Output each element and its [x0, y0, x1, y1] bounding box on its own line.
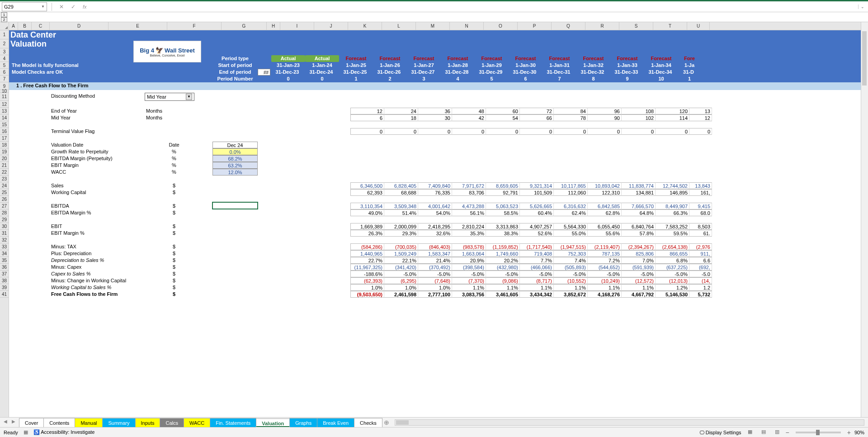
row-header[interactable]: 5 [0, 62, 9, 69]
tab-contents[interactable]: Contents [43, 418, 75, 427]
data-cell[interactable]: 1.1% [588, 284, 622, 291]
data-cell[interactable]: 3,083,756 [452, 291, 486, 298]
data-cell[interactable]: 10,893,042 [588, 182, 622, 189]
cancel-formula-icon[interactable]: ✕ [57, 4, 66, 10]
data-cell[interactable]: 29.3% [384, 230, 418, 237]
data-cell[interactable]: -5.0% [384, 271, 418, 277]
data-cell[interactable]: 134,881 [622, 189, 656, 196]
data-cell[interactable]: 161, [689, 189, 712, 196]
zoom-level[interactable]: 90% [854, 430, 864, 435]
valuation-date-value[interactable]: Dec 24 [212, 142, 258, 148]
row-header[interactable]: 3 [0, 48, 9, 55]
data-cell[interactable]: 22.1% [384, 257, 418, 264]
data-cell[interactable]: 11,838,774 [622, 182, 656, 189]
data-cell[interactable]: (2,976 [689, 243, 712, 250]
data-cell[interactable]: 12 [350, 108, 384, 114]
data-cell[interactable]: 54.0% [418, 209, 452, 216]
data-cell[interactable]: 68,688 [384, 189, 418, 196]
row-header[interactable]: 19 [0, 148, 9, 155]
data-cell[interactable]: (432,980) [486, 264, 520, 271]
data-cell[interactable]: 4,667,792 [622, 291, 656, 298]
data-cell[interactable]: (1,947,515) [554, 243, 588, 250]
data-cell[interactable]: 1.1% [452, 284, 486, 291]
column-header[interactable]: N [450, 22, 484, 30]
data-cell[interactable]: 0 [656, 128, 689, 135]
data-cell[interactable]: 1.2% [656, 284, 689, 291]
period-cell[interactable]: 31-Dec-23 [270, 69, 304, 76]
data-cell[interactable]: 92,791 [486, 189, 520, 196]
data-cell[interactable]: 866,655 [656, 250, 689, 257]
tab-inputs[interactable]: Inputs [135, 418, 160, 427]
period-cell[interactable]: 1-Jan-34 [644, 62, 678, 69]
data-cell[interactable]: (544,652) [588, 264, 622, 271]
period-cell[interactable]: 1-Jan-33 [610, 62, 644, 69]
column-header[interactable]: C [32, 22, 50, 30]
data-cell[interactable]: (2,119,407) [588, 243, 622, 250]
tab-cover[interactable]: Cover [19, 418, 44, 427]
row-header[interactable]: 24 [0, 182, 9, 189]
period-cell[interactable]: 1-Jan-27 [407, 62, 441, 69]
tab-summary[interactable]: Summary [102, 418, 135, 427]
data-cell[interactable]: 78 [554, 114, 588, 121]
row-header[interactable]: 38 [0, 277, 9, 284]
column-header[interactable]: O [484, 22, 518, 30]
data-cell[interactable]: 825,806 [622, 250, 656, 257]
macro-record-icon[interactable]: ▦ [24, 429, 28, 435]
zoom-out-button[interactable]: − [786, 429, 789, 436]
data-cell[interactable]: 2,810,224 [452, 223, 486, 230]
column-header[interactable]: F [167, 22, 222, 30]
period-cell[interactable]: 31-Dec-26 [372, 69, 406, 76]
data-cell[interactable]: 114 [656, 114, 689, 121]
data-cell[interactable]: -5.0% [656, 271, 689, 277]
period-cell[interactable]: 31-Dec-25 [338, 69, 372, 76]
period-cell[interactable]: 1-Ja [678, 62, 701, 69]
column-header[interactable]: U [687, 22, 710, 30]
data-cell[interactable]: 30 [418, 114, 452, 121]
column-header[interactable]: B [18, 22, 32, 30]
data-cell[interactable]: 24 [384, 108, 418, 114]
data-cell[interactable]: 3,461,605 [486, 291, 520, 298]
period-cell[interactable]: 1 [678, 76, 701, 82]
period-cell[interactable]: 1-Jan-29 [475, 62, 509, 69]
data-cell[interactable]: 102 [622, 114, 656, 121]
vertical-scrollbar[interactable] [861, 22, 868, 417]
data-cell[interactable]: 68.0 [689, 209, 712, 216]
row-header[interactable]: 22 [0, 169, 9, 176]
data-cell[interactable]: 0 [452, 128, 486, 135]
data-cell[interactable]: 72 [520, 108, 554, 114]
row-header[interactable]: 23 [0, 176, 9, 182]
data-cell[interactable]: 7.2% [588, 257, 622, 264]
data-cell[interactable]: (1,717,540) [520, 243, 554, 250]
data-cell[interactable]: 1,749,660 [486, 250, 520, 257]
horizontal-scrollbar[interactable] [395, 419, 864, 426]
row-header[interactable]: 32 [0, 237, 9, 243]
data-cell[interactable]: (584,286) [350, 243, 384, 250]
period-cell[interactable]: 31-Dec-27 [406, 69, 440, 76]
data-cell[interactable]: (983,578) [452, 243, 486, 250]
data-cell[interactable]: 1.1% [554, 284, 588, 291]
growth-value[interactable]: 0.0% [212, 148, 258, 155]
column-header[interactable]: H [267, 22, 280, 30]
row-header[interactable]: 30 [0, 223, 9, 230]
period-cell[interactable]: Actual [305, 55, 339, 62]
period-cell[interactable]: Forecast [339, 55, 373, 62]
period-cell[interactable]: Forecast [576, 55, 610, 62]
period-cell[interactable]: 9 [610, 76, 644, 82]
period-cell[interactable]: Forecast [407, 55, 441, 62]
row-header[interactable]: 39 [0, 284, 9, 291]
data-cell[interactable]: 7,666,570 [622, 203, 656, 209]
data-cell[interactable]: 9,415 [689, 203, 712, 209]
data-cell[interactable]: 120 [656, 108, 689, 114]
row-header[interactable]: 6 [0, 69, 9, 76]
row-header[interactable]: 34 [0, 250, 9, 257]
period-cell[interactable]: 31-D [677, 69, 700, 76]
row-header[interactable]: 2 [0, 39, 9, 48]
data-cell[interactable]: 54 [486, 114, 520, 121]
data-cell[interactable]: 1,663,064 [452, 250, 486, 257]
chevron-down-icon[interactable]: ▼ [41, 5, 45, 9]
period-cell[interactable]: Actual [271, 55, 305, 62]
data-cell[interactable]: (12,013) [656, 277, 689, 284]
period-cell[interactable]: 1-Jan-31 [542, 62, 576, 69]
data-cell[interactable]: 66 [520, 114, 554, 121]
data-cell[interactable]: 101,509 [520, 189, 554, 196]
